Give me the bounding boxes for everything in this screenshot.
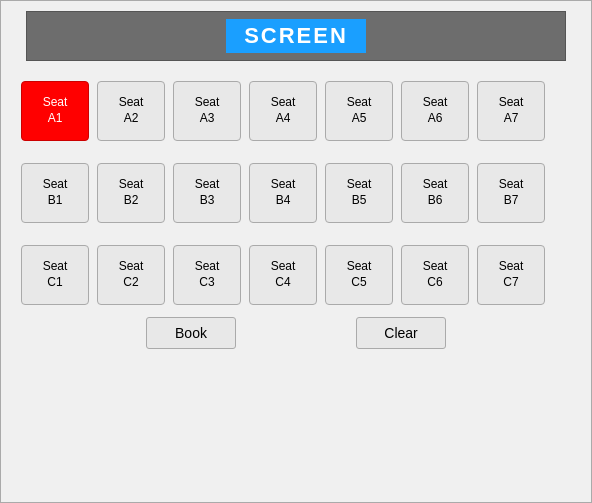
seat-A2[interactable]: Seat A2: [97, 81, 165, 141]
clear-button[interactable]: Clear: [356, 317, 446, 349]
seats-section: Seat A1Seat A2Seat A3Seat A4Seat A5Seat …: [1, 81, 591, 305]
seat-B3[interactable]: Seat B3: [173, 163, 241, 223]
screen-bar: SCREEN: [26, 11, 566, 61]
seat-C7[interactable]: Seat C7: [477, 245, 545, 305]
seat-B4[interactable]: Seat B4: [249, 163, 317, 223]
seat-B6[interactable]: Seat B6: [401, 163, 469, 223]
seat-A1[interactable]: Seat A1: [21, 81, 89, 141]
seat-C3[interactable]: Seat C3: [173, 245, 241, 305]
seat-C2[interactable]: Seat C2: [97, 245, 165, 305]
seat-C6[interactable]: Seat C6: [401, 245, 469, 305]
seat-C1[interactable]: Seat C1: [21, 245, 89, 305]
seat-row-row-c: Seat C1Seat C2Seat C3Seat C4Seat C5Seat …: [21, 245, 571, 305]
book-button[interactable]: Book: [146, 317, 236, 349]
screen-label: SCREEN: [226, 19, 366, 53]
seat-A5[interactable]: Seat A5: [325, 81, 393, 141]
seat-row-row-a: Seat A1Seat A2Seat A3Seat A4Seat A5Seat …: [21, 81, 571, 141]
seat-row-row-b: Seat B1Seat B2Seat B3Seat B4Seat B5Seat …: [21, 163, 571, 223]
seat-A7[interactable]: Seat A7: [477, 81, 545, 141]
movie-seat-selector: SCREEN Seat A1Seat A2Seat A3Seat A4Seat …: [0, 0, 592, 503]
seat-C5[interactable]: Seat C5: [325, 245, 393, 305]
seat-A3[interactable]: Seat A3: [173, 81, 241, 141]
seat-B2[interactable]: Seat B2: [97, 163, 165, 223]
seat-B1[interactable]: Seat B1: [21, 163, 89, 223]
screen-area: SCREEN: [1, 1, 591, 61]
seat-B7[interactable]: Seat B7: [477, 163, 545, 223]
seat-B5[interactable]: Seat B5: [325, 163, 393, 223]
seat-A4[interactable]: Seat A4: [249, 81, 317, 141]
actions-row: Book Clear: [1, 317, 591, 349]
seat-A6[interactable]: Seat A6: [401, 81, 469, 141]
seat-C4[interactable]: Seat C4: [249, 245, 317, 305]
